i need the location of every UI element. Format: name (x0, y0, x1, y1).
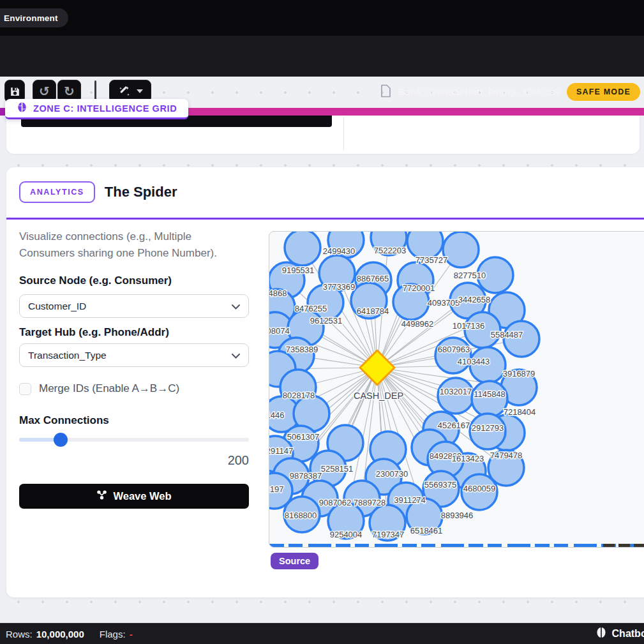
magic-wand-icon (118, 85, 131, 98)
max-connections-label: Max Connections (19, 414, 109, 427)
source-node-select[interactable]: Customer_ID (19, 294, 249, 318)
chevron-down-icon (232, 301, 240, 312)
svg-text:7522203: 7522203 (374, 246, 407, 255)
svg-text:1446: 1446 (269, 410, 284, 420)
file-icon (380, 84, 391, 100)
svg-text:8476255: 8476255 (295, 304, 327, 313)
svg-text:6518461: 6518461 (410, 526, 443, 535)
network-graph[interactable]: 2499430752220377357279195531886766582775… (269, 232, 644, 548)
svg-text:3442658: 3442658 (458, 295, 491, 304)
file-info: Bank_Transaction_Dump_10M.csv SAFE MODE (380, 83, 640, 101)
svg-text:7735727: 7735727 (416, 255, 448, 265)
status-bar: Rows: 10,000,000 Flags: - Chatbot (0, 623, 644, 644)
svg-text:9878387: 9878387 (290, 471, 322, 481)
network-graph-panel[interactable]: 2499430752220377357279195531886766582775… (269, 231, 644, 548)
environment-label: Environment (4, 13, 58, 23)
svg-text:208074: 208074 (269, 326, 290, 336)
svg-text:1613423: 1613423 (452, 454, 484, 463)
environment-badge: Environment (0, 8, 68, 27)
svg-text:2499430: 2499430 (323, 246, 356, 256)
weave-web-button[interactable]: Weave Web (19, 484, 249, 509)
chatbot-label: Chatbot (612, 628, 644, 640)
app-window: Environment ↺ ↻ (0, 0, 644, 644)
svg-text:4680059: 4680059 (463, 484, 496, 493)
controls-description: Visualize connections (e.g., Multiple Co… (19, 228, 249, 262)
card-header: ANALYTICS The Spider (19, 181, 177, 203)
source-node-label: Source Node (e.g. Consumer) (19, 274, 172, 287)
toolbar: ↺ ↻ Bank_Transaction_Dump_10M.csv SAFE M… (0, 36, 644, 77)
svg-text:5258151: 5258151 (321, 464, 354, 474)
safe-mode-badge: SAFE MODE (567, 83, 640, 101)
chevron-down-icon (137, 89, 143, 93)
redo-icon: ↻ (64, 85, 75, 98)
svg-text:4103443: 4103443 (458, 357, 490, 366)
svg-text:5569375: 5569375 (424, 480, 457, 490)
upper-card-divider (343, 117, 344, 150)
svg-text:3911274: 3911274 (394, 495, 426, 505)
max-connections-slider[interactable] (19, 438, 249, 442)
status-left: Rows: 10,000,000 Flags: - (6, 629, 133, 640)
target-hub-select[interactable]: Transaction_Type (19, 343, 249, 367)
analytics-badge: ANALYTICS (19, 181, 95, 203)
svg-text:6807963: 6807963 (438, 345, 470, 354)
weave-web-label: Weave Web (113, 490, 171, 502)
svg-text:9254004: 9254004 (330, 530, 363, 539)
svg-text:7197347: 7197347 (372, 530, 405, 539)
upper-card-partial (6, 116, 640, 154)
svg-text:8893946: 8893946 (441, 511, 474, 520)
svg-text:1017136: 1017136 (453, 321, 485, 331)
svg-text:9087062: 9087062 (319, 498, 352, 507)
svg-text:291147: 291147 (269, 446, 293, 456)
svg-text:4498962: 4498962 (401, 319, 434, 329)
svg-text:8168800: 8168800 (285, 511, 317, 520)
svg-text:CASH_DEP: CASH_DEP (354, 391, 403, 401)
zone-label: ZONE C: INTELLIGENCE GRID (33, 103, 177, 114)
target-hub-value: Transaction_Type (28, 350, 232, 361)
svg-text:9195531: 9195531 (282, 266, 315, 275)
svg-text:5584487: 5584487 (491, 330, 523, 340)
svg-text:2912793: 2912793 (472, 423, 504, 433)
target-hub-label: Target Hub (e.g. Phone/Addr) (19, 326, 169, 339)
brain-icon (17, 101, 27, 116)
flags-value: - (130, 629, 133, 640)
zone-banner: ZONE C: INTELLIGENCE GRID (5, 99, 188, 119)
chatbot-button[interactable]: Chatbot (595, 626, 644, 641)
svg-text:4868: 4868 (269, 288, 287, 298)
svg-text:1145848: 1145848 (474, 389, 505, 399)
brain-icon (595, 626, 607, 641)
rows-label: Rows: (6, 629, 33, 640)
svg-text:7479478: 7479478 (490, 451, 523, 460)
svg-text:9612531: 9612531 (310, 316, 343, 326)
merge-ids-label: Merge IDs (Enable A→B→C) (39, 382, 179, 395)
rows-value: 10,000,000 (36, 629, 84, 640)
max-connections-value: 200 (19, 453, 249, 468)
share-nodes-icon (96, 490, 107, 502)
undo-icon: ↺ (39, 85, 50, 98)
svg-text:2197: 2197 (269, 484, 283, 494)
file-name: Bank_Transaction_Dump_10M.csv (398, 86, 560, 98)
svg-text:8867665: 8867665 (357, 274, 389, 283)
clipped-caption-text (269, 544, 644, 547)
header-divider (6, 218, 644, 220)
svg-text:7720001: 7720001 (403, 283, 435, 293)
svg-text:4093705: 4093705 (428, 298, 460, 308)
svg-text:6418784: 6418784 (357, 306, 389, 316)
merge-ids-checkbox[interactable] (19, 383, 31, 395)
svg-text:1032017: 1032017 (440, 387, 472, 396)
svg-text:2300730: 2300730 (376, 469, 408, 479)
svg-text:8277510: 8277510 (454, 271, 486, 280)
slider-thumb[interactable] (54, 433, 68, 447)
svg-text:7358389: 7358389 (286, 345, 318, 354)
clipped-caption-tail (603, 544, 644, 547)
save-icon (10, 86, 20, 97)
page-title: The Spider (105, 184, 177, 200)
source-node-value: Customer_ID (28, 301, 232, 312)
svg-text:3773369: 3773369 (323, 282, 356, 292)
spider-card: ANALYTICS The Spider Visualize connectio… (6, 167, 644, 597)
merge-ids-row[interactable]: Merge IDs (Enable A→B→C) (19, 382, 179, 395)
top-bar: Environment (0, 0, 644, 36)
chevron-down-icon (232, 350, 240, 361)
source-badge[interactable]: Source (271, 553, 318, 569)
svg-text:7218404: 7218404 (504, 407, 536, 417)
flags-label: Flags: (100, 629, 126, 640)
